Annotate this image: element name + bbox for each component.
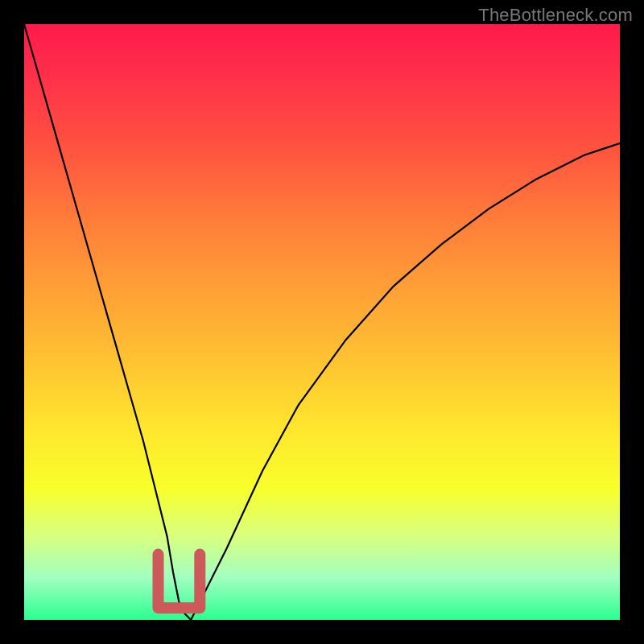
watermark-text: TheBottleneck.com [478,5,633,26]
bottleneck-curve [24,24,620,620]
chart-plot-area [24,24,620,620]
chart-svg [24,24,620,620]
